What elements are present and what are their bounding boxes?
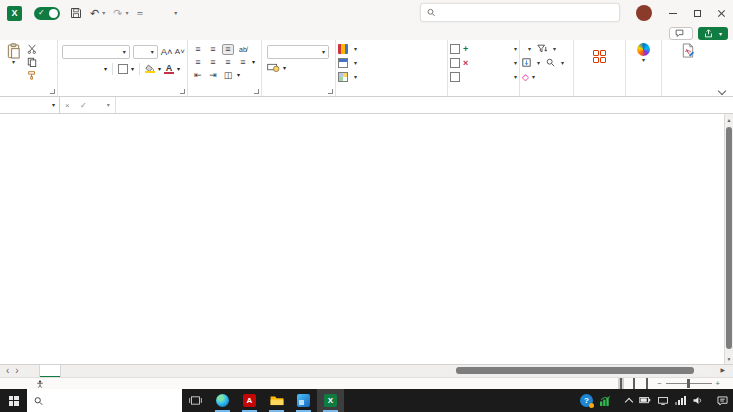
zoom-in-icon[interactable]: + — [716, 379, 720, 388]
format-as-table-button[interactable]: ▾ — [338, 56, 445, 70]
copilot-button[interactable]: ▾ — [628, 42, 659, 64]
chevron-down-icon[interactable]: ▾ — [561, 60, 564, 66]
chevron-down-icon[interactable]: ▾ — [107, 102, 110, 108]
copy-icon[interactable] — [24, 55, 39, 68]
taskbar-search[interactable] — [27, 389, 182, 412]
scroll-down-icon[interactable]: ▼ — [725, 353, 733, 364]
chevron-down-icon[interactable]: ▾ — [283, 65, 286, 71]
chevron-down-icon[interactable]: ▾ — [532, 74, 535, 80]
orientation-icon[interactable]: ab̸ — [237, 44, 249, 55]
view-page-break-button[interactable] — [644, 378, 650, 389]
share-button[interactable]: ▾ — [698, 27, 728, 40]
taskbar-excel[interactable]: X — [317, 389, 344, 412]
chevron-down-icon[interactable]: ▾ — [528, 46, 531, 52]
excel-app-icon[interactable]: X — [7, 6, 22, 21]
zoom-slider[interactable]: − + — [657, 379, 720, 388]
create-pdf-button[interactable] — [664, 42, 712, 59]
network-icon[interactable] — [675, 396, 686, 405]
name-box[interactable]: ▾ — [0, 97, 60, 113]
chevron-down-icon[interactable]: ▾ — [237, 72, 240, 78]
chevron-down-icon[interactable]: ▾ — [177, 66, 180, 72]
avatar[interactable] — [636, 5, 652, 21]
autosave-control[interactable]: ✓ — [29, 7, 60, 20]
accessibility-status[interactable] — [36, 380, 47, 388]
grid-area[interactable]: ▲ ▼ — [0, 114, 733, 364]
maximize-button[interactable] — [685, 0, 709, 26]
horizontal-scroll-thumb[interactable] — [456, 367, 694, 374]
chevron-down-icon[interactable]: ▾ — [158, 66, 161, 72]
prev-sheet-icon[interactable]: ‹ — [0, 366, 15, 376]
chevron-down-icon[interactable]: ▾ — [125, 10, 128, 16]
fill-down-icon[interactable] — [522, 58, 531, 69]
taskbar-file-explorer[interactable] — [263, 389, 290, 412]
format-painter-icon[interactable] — [24, 68, 39, 81]
find-select-icon[interactable] — [546, 58, 555, 69]
align-center-icon[interactable]: ≡ — [207, 57, 219, 68]
chevron-down-icon[interactable]: ▾ — [174, 10, 177, 16]
borders-icon[interactable] — [118, 64, 128, 74]
view-page-layout-button[interactable] — [631, 378, 637, 389]
chevron-down-icon[interactable]: ▾ — [102, 10, 105, 16]
comments-button[interactable] — [669, 27, 693, 40]
horizontal-scrollbar[interactable] — [453, 367, 711, 374]
task-view-button[interactable] — [182, 389, 209, 412]
autosave-toggle[interactable]: ✓ — [34, 7, 60, 20]
scroll-up-icon[interactable]: ▲ — [725, 114, 733, 125]
scroll-right-icon[interactable]: ▶ — [720, 366, 725, 373]
vertical-scrollbar[interactable]: ▲ ▼ — [724, 114, 733, 364]
align-middle-icon[interactable]: ≡ — [207, 44, 219, 55]
dialog-launcher-icon[interactable] — [180, 89, 185, 94]
vertical-scroll-thumb[interactable] — [726, 127, 732, 349]
paste-button[interactable]: ▾ — [4, 42, 23, 85]
volume-icon[interactable] — [693, 396, 703, 405]
clear-icon[interactable]: ◇ — [522, 72, 529, 82]
collapse-ribbon-icon[interactable] — [718, 87, 726, 95]
battery-icon[interactable] — [639, 397, 651, 404]
action-center-icon[interactable] — [717, 396, 728, 406]
decrease-indent-icon[interactable]: ⇤ — [192, 70, 204, 81]
minimize-button[interactable] — [661, 0, 685, 26]
font-color-button[interactable]: A — [164, 64, 174, 74]
increase-indent-icon[interactable]: ⇥ — [207, 70, 219, 81]
decrease-font-icon[interactable]: A˅ — [175, 47, 185, 56]
customize-qat-icon[interactable]: ≂ — [136, 9, 143, 18]
search-input[interactable] — [440, 7, 613, 19]
align-top-icon[interactable]: ≡ — [192, 44, 204, 55]
close-button[interactable] — [709, 0, 733, 26]
align-right-icon[interactable]: ≡ — [222, 57, 234, 68]
font-name-select[interactable]: ▾ — [62, 45, 130, 59]
conditional-formatting-button[interactable]: ▾ — [338, 42, 445, 56]
fill-color-button[interactable] — [145, 64, 155, 73]
format-cells-button[interactable]: ▾ — [450, 70, 517, 84]
taskbar-edge[interactable] — [209, 389, 236, 412]
delete-cells-button[interactable]: ×▾ — [450, 56, 517, 70]
addins-button[interactable] — [576, 49, 623, 65]
zoom-out-icon[interactable]: − — [657, 379, 661, 388]
taskbar-acrobat[interactable]: A — [236, 389, 263, 412]
chevron-down-icon[interactable]: ▾ — [252, 59, 255, 65]
chevron-down-icon[interactable]: ▾ — [131, 66, 134, 72]
sort-filter-icon[interactable] — [537, 44, 547, 55]
view-normal-button[interactable] — [618, 378, 624, 389]
tray-expand-icon[interactable] — [625, 398, 633, 406]
dialog-launcher-icon[interactable] — [328, 89, 333, 94]
display-icon[interactable] — [658, 397, 668, 405]
align-bottom-icon[interactable]: ≡ — [222, 44, 234, 55]
font-size-select[interactable]: ▾ — [133, 45, 158, 59]
confirm-formula-icon[interactable]: ✓ — [80, 101, 87, 110]
cut-icon[interactable] — [24, 42, 39, 55]
zoom-knob[interactable] — [687, 379, 690, 388]
help-tray-icon[interactable]: ? — [580, 394, 593, 407]
save-icon[interactable] — [70, 7, 82, 19]
document-title-area[interactable]: ▾ — [159, 10, 177, 16]
chevron-down-icon[interactable]: ▾ — [104, 66, 107, 72]
number-format-select[interactable]: ▾ — [267, 45, 329, 59]
next-sheet-icon[interactable]: › — [15, 366, 24, 376]
redo-icon[interactable]: ↷ — [113, 7, 122, 20]
insert-cells-button[interactable]: +▾ — [450, 42, 517, 56]
start-button[interactable] — [0, 389, 27, 412]
stock-ticker[interactable] — [600, 396, 619, 406]
cell-styles-button[interactable]: ▾ — [338, 70, 445, 84]
wrap-text-icon[interactable]: ≡ — [237, 57, 249, 68]
cancel-formula-icon[interactable]: × — [65, 101, 70, 110]
